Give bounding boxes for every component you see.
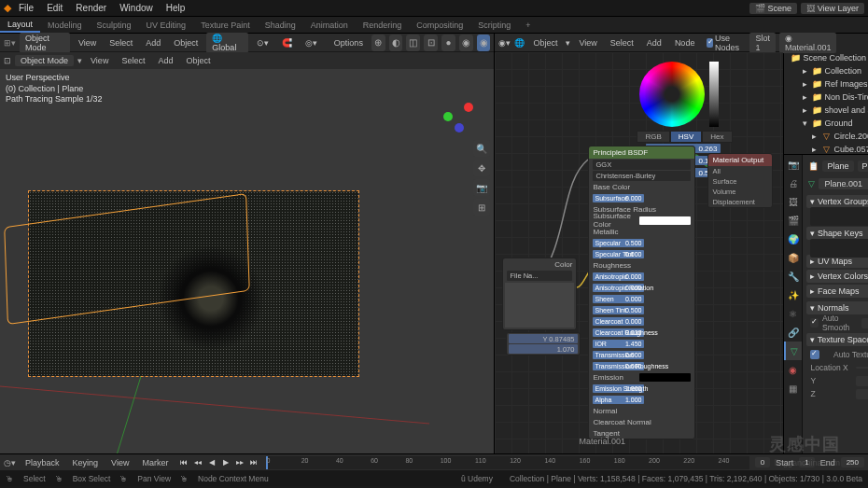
material-selector[interactable]: ◉ Material.001 [779,33,837,53]
shading-solid-icon[interactable]: ● [441,35,455,51]
overlay-toggle-icon[interactable]: ◐ [389,35,403,51]
play-rev-icon[interactable]: ◀ [205,456,218,469]
ptab-object[interactable]: 📦 [784,248,802,267]
mode-icon[interactable]: ⊡ [4,56,11,65]
current-frame[interactable]: 0 [755,457,770,467]
menu-edit[interactable]: Edit [41,1,68,15]
sub-add[interactable]: Add [153,55,177,66]
autosmooth-angle[interactable]: 30° [861,318,868,328]
outliner-shovel-and-ax[interactable]: ▸📁shovel and ax👁📷 [787,104,868,117]
menu-help[interactable]: Help [161,1,191,15]
tab-uvediting[interactable]: UV Editing [139,19,194,32]
bsdf-metallic[interactable]: Metallic [589,226,694,237]
bsdf-sss-method[interactable]: Christensen-Burley [593,171,691,181]
use-nodes-toggle[interactable]: Use Nodes [703,34,746,52]
shape-keys-header[interactable]: ▾ Shape Keys [806,227,868,240]
timeline-editor-icon[interactable]: ◷▾ [4,458,16,467]
node-add[interactable]: Add [642,37,666,49]
bsdf-anisotropic-rotation[interactable]: Anisotropic Rotation0.000 [589,282,694,293]
scene-selector[interactable]: 🎬 Scene [749,3,797,14]
image-texture-node[interactable]: Color File Na... [502,258,577,330]
next-key-icon[interactable]: ▸▸ [233,456,246,469]
bsdf-sheen[interactable]: Sheen0.000 [589,293,694,304]
ptab-texture[interactable]: ▦ [784,379,802,397]
bsdf-clearcoat[interactable]: Clearcoat0.000 [589,315,694,327]
snap-icon[interactable]: 🧲 [277,37,297,49]
pivot-icon[interactable]: ⊙▾ [252,37,273,49]
xray-icon[interactable]: ◫ [406,35,420,51]
bsdf-normal[interactable]: Normal [589,405,694,416]
ptab-view[interactable]: 🖼 [784,192,802,211]
sub-select[interactable]: Select [117,55,149,66]
vcolors-header[interactable]: ▸ Vertex Colors [806,270,868,283]
outliner-collection[interactable]: ▸📁Collection👁📷 [787,64,868,77]
facemaps-header[interactable]: ▸ Face Maps [806,285,868,298]
viewport-object-menu[interactable]: Object [169,37,203,49]
normals-header[interactable]: ▾ Normals [806,301,868,314]
node-canvas[interactable]: RGB HSV Hex H0.263 S0.197 V0.557 Materia… [495,52,783,453]
bsdf-clearcoat-normal[interactable]: Clearcoat Normal [589,416,694,427]
bsdf-sheen-tint[interactable]: Sheen Tint0.500 [589,304,694,315]
node-object-label[interactable]: Object [528,37,562,49]
node-node[interactable]: Node [670,37,700,49]
tab-scripting[interactable]: Scripting [470,19,518,32]
orbit-gizmo[interactable] [438,97,475,134]
tab-layout[interactable]: Layout [0,18,40,33]
node-select[interactable]: Select [606,37,638,49]
outliner-non-dis-tire[interactable]: ▸📁Non Dis-Tire👁📷 [787,91,868,104]
shading-matprev-icon[interactable]: ◉ [459,35,473,51]
node-view[interactable]: View [574,37,601,49]
tl-keying[interactable]: Keying [69,458,103,467]
shading-rendered-icon[interactable]: ◉ [477,35,491,51]
editor-type-icon[interactable]: ⊞▾ [4,38,16,48]
vertex-groups-header[interactable]: ▾ Vertex Groups [806,195,868,208]
bsdf-emission-strength[interactable]: Emission Strength1.000 [589,383,694,394]
tab-animation[interactable]: Animation [303,19,356,32]
jump-end-icon[interactable]: ⏭ [247,456,260,469]
ptab-scene[interactable]: 🎬 [784,211,802,230]
obj-tab-1[interactable]: Plane [822,160,853,172]
prev-key-icon[interactable]: ◂◂ [191,456,204,469]
tab-sculpting[interactable]: Sculpting [90,19,139,32]
proportional-icon[interactable]: ◎▾ [301,37,322,49]
bsdf-base-color[interactable]: Base Color [589,181,694,192]
value-slider-bar[interactable] [709,62,719,127]
ptab-modifier[interactable]: 🔧 [784,267,802,286]
bsdf-specular-tint[interactable]: Specular Tint0.000 [589,248,694,259]
ptab-physics[interactable]: ⚛ [784,304,802,323]
bsdf-transmission-roughness[interactable]: Transmission Roughness0.000 [589,360,694,371]
ptab-particle[interactable]: ✨ [784,286,802,304]
menu-render[interactable]: Render [70,1,112,15]
obj-tab-2[interactable]: Plane.001 [858,160,869,172]
menu-window[interactable]: Window [114,1,159,15]
tl-playback[interactable]: Playback [21,458,63,467]
scene-collection-row[interactable]: 📁Scene Collection [787,51,868,64]
autosmooth-check[interactable] [810,318,819,328]
bsdf-alpha[interactable]: Alpha1.000 [589,394,694,405]
camera-view-icon[interactable]: 📷 [473,179,490,196]
options-menu[interactable]: Options [329,37,368,49]
tab-hex[interactable]: Hex [702,131,732,143]
outliner-ground[interactable]: ▾📁Ground👁📷 [787,117,868,130]
tab-shading[interactable]: Shading [258,19,303,32]
bsdf-subsurface[interactable]: Subsurface0.000 [589,192,694,203]
ptab-data[interactable]: ▽ [784,342,802,360]
ptab-output[interactable]: 🖨 [784,174,802,192]
viewport-view-menu[interactable]: View [74,37,101,49]
bsdf-emission[interactable]: Emission [589,371,694,383]
ptab-constraint[interactable]: 🔗 [784,323,802,342]
tl-view[interactable]: View [107,458,133,467]
shading-wire-icon[interactable]: ⊡ [424,35,438,51]
mode-selector[interactable]: Object Mode [20,33,70,53]
persp-icon[interactable]: ⊞ [473,199,490,216]
bsdf-distribution[interactable]: GGX [593,160,691,170]
bsdf-roughness[interactable]: Roughness [589,259,694,271]
texspace-header[interactable]: ▾ Texture Space [806,333,868,346]
bsdf-clearcoat-roughness[interactable]: Clearcoat Roughness0.030 [589,327,694,338]
viewport-select-menu[interactable]: Select [105,37,137,49]
loc-y[interactable]: 8.49 cm [856,376,868,386]
tab-rgb[interactable]: RGB [637,131,669,143]
bsdf-subsurface-color[interactable]: Subsurface Color [589,215,694,226]
loc-z[interactable]: 7.3 cm [856,389,868,399]
principled-bsdf-node[interactable]: Principled BSDF GGX Christensen-Burley B… [588,146,695,439]
